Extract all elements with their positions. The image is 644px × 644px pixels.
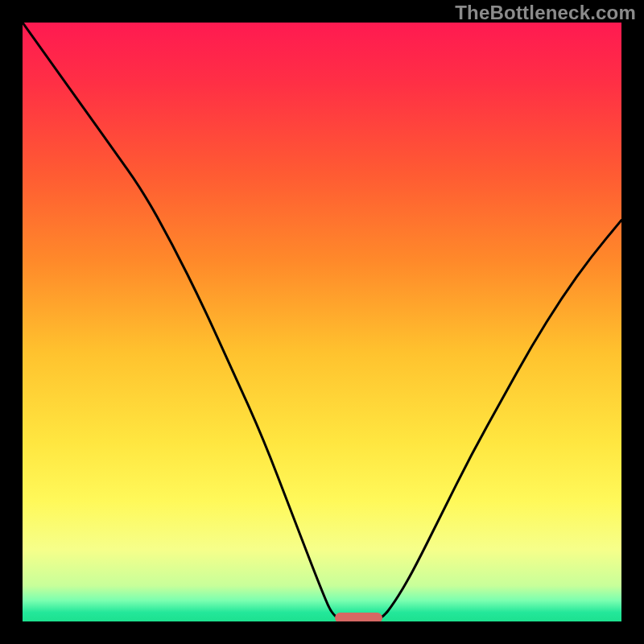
- minimum-marker: [335, 613, 382, 621]
- bottleneck-curve: [23, 23, 621, 621]
- watermark-text: TheBottleneck.com: [455, 2, 636, 24]
- outer-frame: TheBottleneck.com: [0, 0, 644, 644]
- plot-area: [23, 23, 621, 621]
- curve-layer: [23, 23, 621, 621]
